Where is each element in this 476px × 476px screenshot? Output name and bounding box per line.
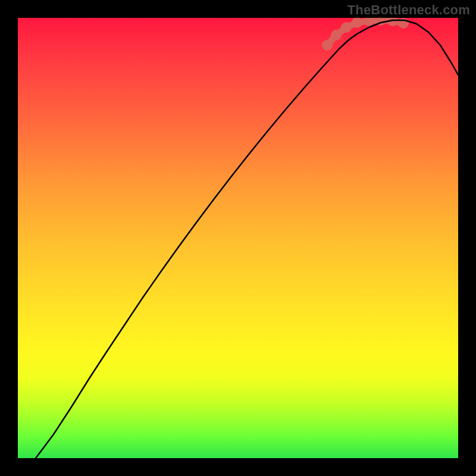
plot-area bbox=[18, 18, 458, 458]
chart-svg bbox=[18, 18, 458, 458]
highlight-dot bbox=[398, 18, 409, 29]
highlight-dot bbox=[331, 30, 342, 40]
highlight-dot bbox=[364, 18, 374, 26]
highlight-polyline bbox=[322, 18, 409, 51]
figure-root: TheBottleneck.com bbox=[0, 0, 476, 476]
watermark-text: TheBottleneck.com bbox=[347, 2, 470, 18]
highlight-dot bbox=[341, 22, 352, 33]
highlight-dot bbox=[322, 40, 333, 51]
main-curve bbox=[36, 20, 458, 458]
highlight-dots bbox=[322, 18, 409, 51]
